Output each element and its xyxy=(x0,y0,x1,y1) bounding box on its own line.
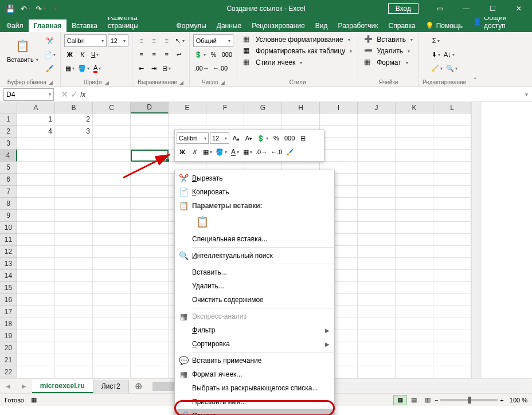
cell-D11[interactable] xyxy=(131,234,169,246)
sheet-tab-2[interactable]: Лист2 xyxy=(93,380,129,393)
cell-B17[interactable] xyxy=(55,306,93,318)
cell-D6[interactable] xyxy=(131,174,169,186)
mini-font-color-icon[interactable]: A▾ xyxy=(229,146,241,158)
expand-formula-bar-icon[interactable]: ▾ xyxy=(521,91,532,97)
cell-B20[interactable] xyxy=(55,342,93,354)
format-painter-icon[interactable]: 🖌️ xyxy=(43,62,57,75)
row-header-1[interactable]: 1 xyxy=(0,113,17,126)
cell-C22[interactable] xyxy=(93,366,131,378)
cell-J13[interactable] xyxy=(358,258,396,270)
cell-L1[interactable] xyxy=(433,113,471,126)
cell-K17[interactable] xyxy=(396,306,433,318)
cell-J22[interactable] xyxy=(358,366,396,378)
insert-cells-button[interactable]: ➕Вставить▾ xyxy=(362,34,415,45)
cell-D4[interactable] xyxy=(131,150,169,162)
cell-L22[interactable] xyxy=(433,366,471,378)
cell-D8[interactable] xyxy=(131,198,169,210)
cell-L11[interactable] xyxy=(433,234,471,246)
mini-conditional-icon[interactable]: ▦▾ xyxy=(242,146,253,158)
cell-D13[interactable] xyxy=(131,258,169,270)
cell-K12[interactable] xyxy=(396,246,433,258)
conditional-formatting-button[interactable]: ▦Условное форматирование▾ xyxy=(241,34,353,45)
clipboard-launcher-icon[interactable]: ◢ xyxy=(49,80,53,85)
col-header-H[interactable]: H xyxy=(282,102,320,113)
cell-J2[interactable] xyxy=(358,126,396,138)
page-break-view-icon[interactable]: ▥ xyxy=(421,395,435,405)
cell-J4[interactable] xyxy=(358,150,396,162)
cell-A20[interactable] xyxy=(17,342,55,354)
cell-B6[interactable] xyxy=(55,174,93,186)
cell-C14[interactable] xyxy=(93,270,131,282)
cell-J19[interactable] xyxy=(358,330,396,342)
cell-K15[interactable] xyxy=(396,282,433,294)
sheet-nav-prev-icon[interactable]: ◄ xyxy=(0,382,16,390)
cell-J1[interactable] xyxy=(358,113,396,126)
cell-C7[interactable] xyxy=(93,186,131,198)
cell-K8[interactable] xyxy=(396,198,433,210)
col-header-G[interactable]: G xyxy=(244,102,282,113)
zoom-level[interactable]: 100 % xyxy=(510,397,527,404)
cell-K13[interactable] xyxy=(396,258,433,270)
clear-icon[interactable]: 🧹▾ xyxy=(430,62,444,75)
redo-icon[interactable]: ↷▾ xyxy=(33,2,47,15)
cell-L21[interactable] xyxy=(433,354,471,366)
cell-C13[interactable] xyxy=(93,258,131,270)
col-header-A[interactable]: A xyxy=(17,102,55,113)
row-header-10[interactable]: 10 xyxy=(0,222,17,234)
cell-L2[interactable] xyxy=(433,126,471,138)
mini-comma-icon[interactable]: 000 xyxy=(283,132,296,144)
cell-K16[interactable] xyxy=(396,294,433,306)
fill-icon[interactable]: ⬇▾ xyxy=(430,48,441,61)
cell-D7[interactable] xyxy=(131,186,169,198)
cell-B10[interactable] xyxy=(55,222,93,234)
tab-file[interactable]: Файл xyxy=(1,19,29,32)
save-icon[interactable]: 💾 xyxy=(3,2,17,15)
autosum-icon[interactable]: Σ▾ xyxy=(430,34,441,47)
cell-D12[interactable] xyxy=(131,246,169,258)
font-color-button[interactable]: A▾ xyxy=(92,62,103,75)
copy-icon[interactable]: 📄▾ xyxy=(43,48,57,61)
ctx-define-name[interactable]: Присвоить имя... xyxy=(175,395,334,409)
cell-L7[interactable] xyxy=(433,186,471,198)
ctx-hyperlink[interactable]: 🔗Ссылка xyxy=(175,409,334,415)
cell-J20[interactable] xyxy=(358,342,396,354)
maximize-button[interactable]: ☐ xyxy=(479,0,506,17)
cell-C6[interactable] xyxy=(93,174,131,186)
cell-I3[interactable] xyxy=(320,138,358,150)
cell-L8[interactable] xyxy=(433,198,471,210)
cell-D14[interactable] xyxy=(131,270,169,282)
mini-italic-icon[interactable]: К xyxy=(189,146,201,158)
bold-button[interactable]: Ж xyxy=(64,48,76,61)
sheet-nav-next-icon[interactable]: ► xyxy=(16,382,32,390)
cell-B2[interactable]: 3 xyxy=(55,126,93,138)
format-cells-button[interactable]: ▦Формат▾ xyxy=(362,57,410,68)
mini-shrink-font-icon[interactable]: A▾ xyxy=(243,132,255,144)
collapse-ribbon-icon[interactable]: ˄ xyxy=(470,32,481,87)
cell-L3[interactable] xyxy=(433,138,471,150)
ctx-filter[interactable]: Фильтр▶ xyxy=(175,323,334,337)
alignment-launcher-icon[interactable]: ◢ xyxy=(179,80,183,85)
macro-record-icon[interactable]: ▦ xyxy=(31,396,37,404)
cell-D15[interactable] xyxy=(131,282,169,294)
cell-D5[interactable] xyxy=(131,162,169,174)
cell-K19[interactable] xyxy=(396,330,433,342)
cell-K5[interactable] xyxy=(396,162,433,174)
cell-J6[interactable] xyxy=(358,174,396,186)
paste-option-default[interactable]: 📋 xyxy=(194,214,210,230)
ctx-copy[interactable]: 📄Копировать xyxy=(175,185,334,199)
cell-J9[interactable] xyxy=(358,210,396,222)
fill-color-button[interactable]: 🪣▾ xyxy=(77,62,91,75)
cell-A10[interactable] xyxy=(17,222,55,234)
close-button[interactable]: ✕ xyxy=(506,0,532,17)
cell-L20[interactable] xyxy=(433,342,471,354)
cell-B21[interactable] xyxy=(55,354,93,366)
cell-B18[interactable] xyxy=(55,318,93,330)
cell-D10[interactable] xyxy=(131,222,169,234)
cell-L14[interactable] xyxy=(433,270,471,282)
cell-L10[interactable] xyxy=(433,222,471,234)
cut-icon[interactable]: ✂️ xyxy=(43,34,57,47)
cell-C8[interactable] xyxy=(93,198,131,210)
row-header-18[interactable]: 18 xyxy=(0,318,17,330)
cell-I4[interactable] xyxy=(320,150,358,162)
cell-A22[interactable] xyxy=(17,366,55,378)
